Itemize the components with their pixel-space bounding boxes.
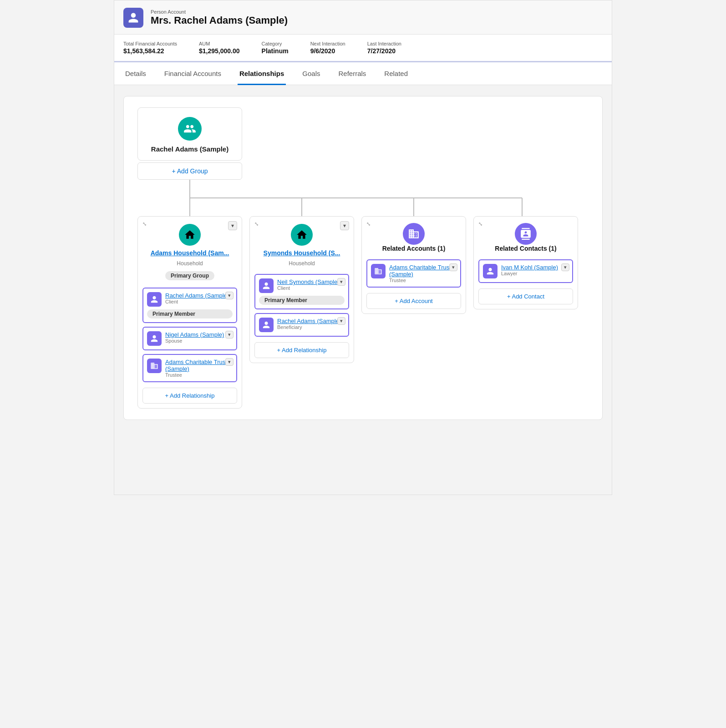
relationships-tree: Rachel Adams (Sample) + Add Group bbox=[123, 96, 603, 420]
nigel-adams-name[interactable]: Nigel Adams (Sample) bbox=[165, 331, 233, 338]
rachel-adams-member: Rachel Adams (Sample) Client ▾ Primary M… bbox=[142, 288, 237, 323]
dropdown-button-2[interactable]: ▾ bbox=[340, 221, 349, 230]
charitable-trust-related-role: Trustee bbox=[389, 278, 457, 283]
record-type-icon bbox=[123, 8, 143, 28]
page-header: Person Account Mrs. Rachel Adams (Sample… bbox=[114, 0, 612, 35]
metric-value: Platinum bbox=[262, 47, 289, 55]
household-icon bbox=[179, 224, 201, 246]
rachel-symonds-member: Rachel Adams (Sample) Beneficiary ▾ bbox=[254, 313, 349, 337]
primary-group-badge: Primary Group bbox=[165, 271, 214, 280]
charitable-trust-name[interactable]: Adams Charitable Trust (Sample) bbox=[165, 359, 233, 372]
root-icon bbox=[178, 117, 202, 141]
rachel-adams-role: Client bbox=[165, 299, 233, 304]
neil-dropdown[interactable]: ▾ bbox=[337, 278, 345, 286]
building-icon-2 bbox=[371, 264, 386, 278]
collapse-icon[interactable]: ⤡ bbox=[142, 221, 151, 229]
metric-label: Last Interaction bbox=[367, 41, 401, 46]
trust-related-dropdown-btn[interactable]: ▾ bbox=[449, 263, 457, 271]
neil-dropdown-btn[interactable]: ▾ bbox=[337, 278, 345, 286]
dropdown-button[interactable]: ▾ bbox=[228, 221, 237, 230]
related-contacts-icon bbox=[515, 223, 537, 245]
trust-dropdown-btn[interactable]: ▾ bbox=[225, 358, 234, 366]
metric-item: CategoryPlatinum bbox=[262, 41, 289, 55]
rachel-adams-name[interactable]: Rachel Adams (Sample) bbox=[165, 292, 233, 299]
related-accounts-card: ⤡ Related Accounts (1) bbox=[361, 216, 466, 314]
main-content: Rachel Adams (Sample) + Add Group bbox=[114, 85, 612, 495]
household-icon-2 bbox=[291, 224, 313, 246]
metric-value: 9/6/2020 bbox=[310, 47, 345, 55]
add-account-button[interactable]: + Add Account bbox=[366, 293, 461, 309]
ivan-dropdown-btn[interactable]: ▾ bbox=[561, 263, 569, 271]
rachel-dropdown[interactable]: ▾ bbox=[225, 291, 234, 299]
related-contacts-card: ⤡ Related Contacts (1) bbox=[473, 216, 578, 309]
tab-financial-accounts[interactable]: Financial Accounts bbox=[162, 62, 223, 85]
neil-symonds-role: Client bbox=[277, 285, 345, 291]
ivan-kohl-role: Lawyer bbox=[501, 271, 569, 276]
add-group-button[interactable]: + Add Group bbox=[137, 162, 242, 180]
root-node-card: Rachel Adams (Sample) bbox=[137, 107, 242, 161]
metric-value: 7/27/2020 bbox=[367, 47, 401, 55]
tab-referrals[interactable]: Referrals bbox=[336, 62, 368, 85]
metric-label: Category bbox=[262, 41, 289, 46]
charitable-trust-role: Trustee bbox=[165, 372, 233, 378]
record-title: Mrs. Rachel Adams (Sample) bbox=[151, 15, 288, 26]
primary-member-badge: Primary Member bbox=[147, 309, 233, 318]
related-accounts-title: Related Accounts (1) bbox=[382, 245, 446, 252]
rachel-symonds-name[interactable]: Rachel Adams (Sample) bbox=[277, 318, 345, 324]
nigel-adams-member: Nigel Adams (Sample) Spouse ▾ bbox=[142, 327, 237, 350]
add-contact-button[interactable]: + Add Contact bbox=[478, 288, 573, 304]
root-node-name: Rachel Adams (Sample) bbox=[151, 145, 228, 153]
symonds-household-dropdown[interactable]: ▾ bbox=[340, 221, 349, 230]
ivan-kohl-member: Ivan M Kohl (Sample) Lawyer ▾ bbox=[478, 259, 573, 283]
person-icon bbox=[147, 292, 162, 307]
rachel-s-dropdown-btn[interactable]: ▾ bbox=[337, 317, 345, 325]
adams-household-dropdown[interactable]: ▾ bbox=[228, 221, 237, 230]
neil-symonds-name[interactable]: Neil Symonds (Sample) bbox=[277, 278, 345, 285]
ivan-kohl-name[interactable]: Ivan M Kohl (Sample) bbox=[501, 264, 569, 271]
collapse-icon-2[interactable]: ⤡ bbox=[254, 221, 263, 229]
metric-item: AUM$1,295,000.00 bbox=[199, 41, 240, 55]
header-text-block: Person Account Mrs. Rachel Adams (Sample… bbox=[151, 9, 288, 26]
tab-bar: DetailsFinancial AccountsRelationshipsGo… bbox=[114, 62, 612, 85]
nigel-dropdown-btn[interactable]: ▾ bbox=[225, 331, 234, 339]
metrics-bar: Total Financial Accounts$1,563,584.22AUM… bbox=[114, 35, 612, 62]
tab-related[interactable]: Related bbox=[382, 62, 410, 85]
person-icon bbox=[147, 331, 162, 346]
symonds-household-card: ⤡ ▾ Symonds Household (S... Household bbox=[249, 216, 354, 363]
trust-related-dropdown[interactable]: ▾ bbox=[449, 263, 457, 271]
tab-goals[interactable]: Goals bbox=[300, 62, 322, 85]
related-accounts-icon bbox=[403, 223, 425, 245]
nigel-dropdown[interactable]: ▾ bbox=[225, 330, 234, 339]
collapse-icon-3[interactable]: ⤡ bbox=[366, 221, 374, 228]
metric-label: Total Financial Accounts bbox=[123, 41, 177, 46]
metric-item: Last Interaction7/27/2020 bbox=[367, 41, 401, 55]
adams-household-title[interactable]: Adams Household (Sam... bbox=[151, 249, 229, 257]
add-relationship-button-symonds[interactable]: + Add Relationship bbox=[254, 342, 349, 358]
rachel-s-dropdown[interactable]: ▾ bbox=[337, 317, 345, 325]
rachel-dropdown-btn[interactable]: ▾ bbox=[225, 292, 234, 299]
metric-label: Next Interaction bbox=[310, 41, 345, 46]
person-icon-neil bbox=[259, 278, 274, 293]
tab-relationships[interactable]: Relationships bbox=[238, 62, 286, 85]
metric-item: Total Financial Accounts$1,563,584.22 bbox=[123, 41, 177, 55]
rachel-symonds-role: Beneficiary bbox=[277, 324, 345, 330]
trust-dropdown[interactable]: ▾ bbox=[225, 358, 234, 366]
nigel-adams-role: Spouse bbox=[165, 338, 233, 344]
primary-member-badge-neil: Primary Member bbox=[259, 296, 345, 305]
charitable-trust-member-adams: Adams Charitable Trust (Sample) Trustee … bbox=[142, 354, 237, 382]
metric-item: Next Interaction9/6/2020 bbox=[310, 41, 345, 55]
add-relationship-button-adams[interactable]: + Add Relationship bbox=[142, 388, 237, 404]
neil-symonds-member: Neil Symonds (Sample) Client ▾ Primary M… bbox=[254, 274, 349, 309]
person-icon-ivan bbox=[483, 264, 498, 278]
building-icon bbox=[147, 359, 162, 373]
symonds-household-title[interactable]: Symonds Household (S... bbox=[264, 249, 340, 257]
record-type-label: Person Account bbox=[151, 9, 288, 15]
ivan-dropdown[interactable]: ▾ bbox=[561, 263, 569, 271]
adams-household-card: ⤡ ▾ Adams Household (Sam... Household Pr… bbox=[137, 216, 242, 409]
tab-details[interactable]: Details bbox=[123, 62, 148, 85]
related-contacts-title: Related Contacts (1) bbox=[495, 245, 556, 252]
collapse-icon-4[interactable]: ⤡ bbox=[478, 221, 486, 228]
metric-label: AUM bbox=[199, 41, 240, 46]
charitable-trust-related-name[interactable]: Adams Charitable Trust (Sample) bbox=[389, 264, 457, 278]
metric-value: $1,563,584.22 bbox=[123, 47, 177, 55]
